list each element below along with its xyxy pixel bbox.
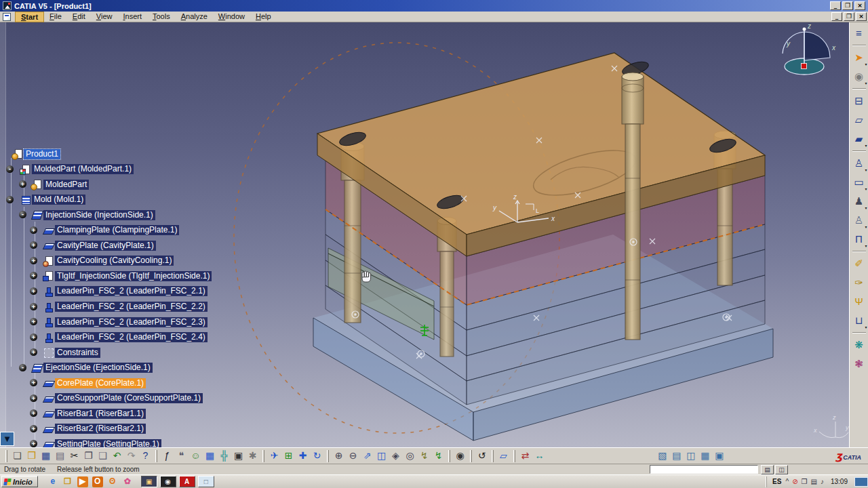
tree-expand-node[interactable]: + xyxy=(30,241,37,249)
tray-volume-icon[interactable]: ♪ xyxy=(821,478,824,485)
tray-blocked-icon[interactable]: ⊘ xyxy=(792,478,797,485)
swap-visible-space-icon[interactable]: ⇄ xyxy=(518,449,532,463)
tree-item-injectionside[interactable]: -InjectionSide (InjectionSide.1) xyxy=(0,209,155,220)
tree-item-clampingplate[interactable]: +ClampingPlate (ClampingPlate.1) xyxy=(0,225,179,236)
mold-base-icon[interactable]: ≡ xyxy=(851,25,867,41)
named-views-icon[interactable]: ◎ xyxy=(403,449,417,463)
restore-button[interactable]: ❐ xyxy=(842,1,853,10)
menu-item-help[interactable]: Help xyxy=(250,12,277,22)
fly-mode-icon[interactable]: ✈ xyxy=(267,449,281,463)
isometric-view-icon[interactable]: ◈ xyxy=(389,449,403,463)
quick-shade-icon[interactable]: ↯ xyxy=(431,449,446,463)
tree-expand-node[interactable]: + xyxy=(30,379,37,386)
power-input-field[interactable] xyxy=(650,465,758,474)
internet-explorer-icon[interactable]: e xyxy=(47,476,58,487)
new-document-icon[interactable]: ❏ xyxy=(10,449,24,463)
minimize-button[interactable]: _ xyxy=(830,1,841,10)
tree-expand-node[interactable]: + xyxy=(30,425,37,432)
rotate-icon[interactable]: ↻ xyxy=(310,449,324,463)
formula-icon[interactable]: ƒ xyxy=(160,449,174,463)
zoom-select-icon[interactable]: ◉▾ xyxy=(851,68,867,85)
tray-window-a-icon[interactable]: ❐ xyxy=(802,478,808,485)
viewport-3d[interactable]: z x y L z y x z xyxy=(0,22,849,447)
tree-item-riserbar2[interactable]: +RiserBar2 (RiserBar2.1) xyxy=(0,424,146,434)
close-button[interactable]: × xyxy=(854,1,865,10)
acrobat-reader-button[interactable]: A xyxy=(179,476,195,487)
tree-expand-node[interactable]: + xyxy=(30,287,37,295)
menu-item-view[interactable]: View xyxy=(91,12,118,22)
restore-button[interactable]: ❐ xyxy=(844,12,854,21)
tree-item-leaderpin_fsc_2[interactable]: +LeaderPin_FSC_2 (LeaderPin_FSC_2.2) xyxy=(0,302,208,312)
tree-item-coreplate[interactable]: +CorePlate (CorePlate.1) xyxy=(0,378,146,388)
tree-item-coresupportplate[interactable]: +CoreSupportPlate (CoreSupportPlate.1) xyxy=(0,393,203,404)
leader-pin-icon[interactable]: ♙▾ xyxy=(851,155,867,171)
render-custom-icon[interactable]: ▣ xyxy=(712,449,726,463)
u-channel-icon[interactable]: ⊔▾ xyxy=(851,312,867,329)
shading-mode-icon[interactable]: ↯ xyxy=(417,449,431,463)
lock-icon[interactable]: ▣ xyxy=(231,449,245,463)
tree-item-riserbar1[interactable]: +RiserBar1 (RiserBar1.1) xyxy=(0,408,146,419)
firefox-icon[interactable]: ʘ xyxy=(107,476,118,487)
command-window-button[interactable]: ◫ xyxy=(775,465,788,474)
menu-item-start[interactable]: Start xyxy=(15,12,44,22)
screw-pin-icon[interactable]: ♟▾ xyxy=(851,193,867,209)
pale-app-button[interactable]: □ xyxy=(198,476,214,487)
add-plate-solid-icon[interactable]: ▰▾ xyxy=(851,131,867,147)
outlook-icon[interactable]: O xyxy=(92,476,103,487)
catalog-browser-icon[interactable]: ▱ xyxy=(496,449,511,463)
whats-this-help-icon[interactable]: ? xyxy=(138,449,153,463)
insert-component-icon[interactable]: ▭▾ xyxy=(851,174,867,190)
tree-expand-node[interactable]: + xyxy=(30,348,37,356)
menu-item-tools[interactable]: Tools xyxy=(147,12,176,22)
tree-item-leaderpin_fsc_2[interactable]: +LeaderPin_FSC_2 (LeaderPin_FSC_2.3) xyxy=(0,317,208,327)
double-pin-icon[interactable]: Π▾ xyxy=(851,231,867,247)
language-indicator[interactable]: ES xyxy=(772,478,781,485)
render-hidden-lines-icon[interactable]: ▦ xyxy=(698,449,712,463)
normal-view-icon[interactable]: ⇗ xyxy=(360,449,374,463)
tree-expand-node[interactable]: - xyxy=(19,211,26,218)
update-icon[interactable]: ↺ xyxy=(475,449,489,463)
measure-icon[interactable]: ↔ xyxy=(532,449,547,463)
fit-all-in-icon[interactable]: ⊞ xyxy=(281,449,296,463)
comment-icon[interactable]: ❝ xyxy=(174,449,189,463)
gear-catalog-icon[interactable]: ❃ xyxy=(851,356,867,372)
ejector-comb-icon[interactable]: Ψ xyxy=(851,293,867,310)
tree-expand-node[interactable]: + xyxy=(30,318,37,325)
mold-press-icon[interactable]: ⊟ xyxy=(851,93,867,109)
tray-window-b-icon[interactable]: ▤ xyxy=(811,478,817,485)
close-button[interactable]: × xyxy=(856,12,867,21)
cut-icon[interactable]: ✂ xyxy=(67,449,81,463)
tree-expand-node[interactable]: + xyxy=(30,272,37,279)
tree-expand-node[interactable]: - xyxy=(6,165,14,173)
tree-item-tlgitf_injectionside[interactable]: +TlgItf_InjectionSide (TlgItf_InjectionS… xyxy=(0,270,212,281)
mold-assembly-model[interactable] xyxy=(313,53,773,441)
tree-item-mold[interactable]: -Mold (Mold.1) xyxy=(0,195,85,205)
knowledge-options-icon[interactable]: ✱ xyxy=(245,449,260,463)
render-wireframe-icon[interactable]: ◫ xyxy=(684,449,698,463)
tree-item-cavityplate[interactable]: +CavityPlate (CavityPlate.1) xyxy=(0,240,156,251)
menu-item-file[interactable]: File xyxy=(44,12,67,22)
dark-app-button[interactable]: ◉ xyxy=(160,476,176,487)
menu-item-analyze[interactable]: Analyze xyxy=(176,12,213,22)
knowledge-person-icon[interactable]: ☺ xyxy=(189,449,203,463)
paste-icon[interactable]: ❑ xyxy=(96,449,110,463)
pan-icon[interactable]: ✚ xyxy=(296,449,310,463)
tree-expand-node[interactable]: - xyxy=(19,364,26,371)
wrench-tool-icon[interactable]: ✑ xyxy=(851,274,867,291)
tree-item-product1[interactable]: Product1 xyxy=(0,148,60,159)
select-cursor-icon[interactable]: ➤▾ xyxy=(851,49,867,66)
toolbar-overflow-button[interactable]: ▼ xyxy=(0,432,14,446)
print-icon[interactable]: ▤ xyxy=(53,449,67,463)
display-settings-icon[interactable] xyxy=(854,477,868,487)
tree-expand-node[interactable]: + xyxy=(30,303,37,310)
start-button[interactable]: Inicio xyxy=(1,476,38,487)
design-table-icon[interactable]: ▦ xyxy=(203,449,217,463)
menu-item-edit[interactable]: Edit xyxy=(67,12,91,22)
tree-expand-node[interactable]: - xyxy=(6,196,14,203)
tree-expand-node[interactable]: + xyxy=(19,180,26,188)
tree-expand-node[interactable]: + xyxy=(30,333,37,341)
save-icon[interactable]: ▦ xyxy=(39,449,53,463)
product-structure-icon[interactable]: ╬ xyxy=(217,449,231,463)
gear-powercopy-icon[interactable]: ❋ xyxy=(851,337,867,353)
file-explorer-icon[interactable]: ❒ xyxy=(62,476,73,487)
